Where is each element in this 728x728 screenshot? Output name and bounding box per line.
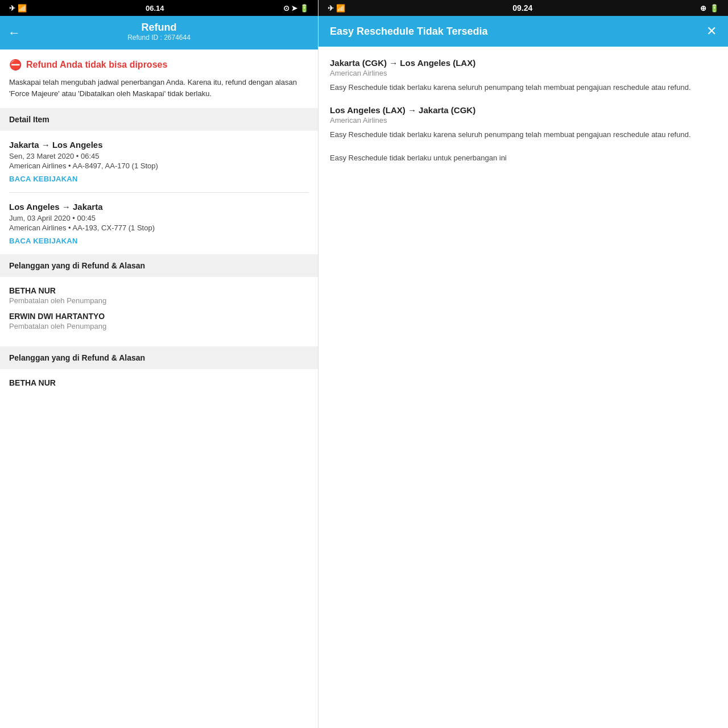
- modal-flight-1-route: Jakarta (CGK) → Los Angeles (LAX): [330, 58, 717, 68]
- modal-flight-2: Los Angeles (LAX) → Jakarta (CGK) Americ…: [330, 105, 717, 141]
- modal-footer-note: Easy Reschedule tidak berlaku untuk pene…: [330, 152, 717, 164]
- flight-2: Los Angeles → Jakarta Jum, 03 April 2020…: [0, 193, 318, 254]
- modal-flight-1-desc: Easy Reschedule tidak berlaku karena sel…: [330, 82, 717, 94]
- page-title: Refund: [142, 22, 177, 34]
- flight-2-airline: American Airlines • AA-193, CX-777 (1 St…: [9, 224, 309, 232]
- error-description: Maskapai telah mengubah jadwal penerbang…: [9, 77, 309, 99]
- status-right-icons: ⊕ 🔋: [700, 4, 719, 13]
- charging-icon: ⊕: [700, 4, 706, 13]
- battery-red-icon: 🔋: [710, 4, 719, 13]
- left-panel: ✈ 📶 06.14 ⊙ ➤ 🔋 ← Refund Refund ID : 267…: [0, 0, 318, 728]
- right-icons-left: ⊙ ➤ 🔋: [283, 4, 309, 13]
- customer-2-reason: Pembatalan oleh Penumpang: [9, 322, 309, 330]
- close-button[interactable]: ✕: [706, 25, 717, 38]
- customer-section-2-header: Pelanggan yang di Refund & Alasan: [0, 346, 318, 369]
- error-section: ⛔ Refund Anda tidak bisa diproses Maskap…: [0, 49, 318, 108]
- flight-1-route: Jakarta → Los Angeles: [9, 140, 309, 150]
- read-policy-1[interactable]: BACA KEBIJAKAN: [9, 175, 309, 183]
- status-icons-left: ✈ 📶: [9, 4, 27, 13]
- flight-2-route: Los Angeles → Jakarta: [9, 202, 309, 212]
- customer-section-1-header: Pelanggan yang di Refund & Alasan: [0, 254, 318, 277]
- modal-content: Jakarta (CGK) → Los Angeles (LAX) Americ…: [318, 47, 728, 728]
- flight-1-date: Sen, 23 Maret 2020 • 06:45: [9, 152, 309, 160]
- customer-3-name: BETHA NUR: [9, 378, 309, 387]
- modal-header: Easy Reschedule Tidak Tersedia ✕: [318, 16, 728, 47]
- flight-1-airline: American Airlines • AA-8497, AA-170 (1 S…: [9, 162, 309, 170]
- customer-2-name: ERWIN DWI HARTANTYO: [9, 312, 309, 321]
- read-policy-2[interactable]: BACA KEBIJAKAN: [9, 237, 309, 245]
- modal-flight-1-airline: American Airlines: [330, 69, 717, 77]
- modal-flight-2-desc: Easy Reschedule tidak berlaku karena sel…: [330, 129, 717, 141]
- error-title: ⛔ Refund Anda tidak bisa diproses: [9, 59, 309, 71]
- modal-flight-2-airline: American Airlines: [330, 116, 717, 125]
- time-right: 09.24: [512, 3, 532, 13]
- flight-2-date: Jum, 03 April 2020 • 00:45: [9, 214, 309, 222]
- customer-section-2: BETHA NUR: [0, 369, 318, 398]
- customer-section-1: BETHA NUR Pembatalan oleh Penumpang ERWI…: [0, 277, 318, 346]
- detail-item-header: Detail Item: [0, 108, 318, 131]
- status-bar-right: ✈ 📶 09.24 ⊕ 🔋: [318, 0, 728, 16]
- refund-id: Refund ID : 2674644: [127, 34, 191, 42]
- time-left: 06.14: [146, 4, 164, 13]
- flight-1: Jakarta → Los Angeles Sen, 23 Maret 2020…: [0, 131, 318, 192]
- error-icon: ⛔: [9, 59, 22, 71]
- status-bar-left: ✈ 📶 06.14 ⊙ ➤ 🔋: [0, 0, 318, 16]
- modal-title: Easy Reschedule Tidak Tersedia: [330, 26, 487, 38]
- modal-flight-2-route: Los Angeles (LAX) → Jakarta (CGK): [330, 105, 717, 115]
- right-panel: ✈ 📶 09.24 ⊕ 🔋 Easy Reschedule Tidak Ters…: [318, 0, 728, 728]
- header-left: ← Refund Refund ID : 2674644: [0, 16, 318, 49]
- status-left-icons-right: ✈ 📶: [328, 4, 345, 13]
- modal-flight-1: Jakarta (CGK) → Los Angeles (LAX) Americ…: [330, 58, 717, 94]
- customer-1-name: BETHA NUR: [9, 286, 309, 295]
- customer-1-reason: Pembatalan oleh Penumpang: [9, 296, 309, 305]
- back-button[interactable]: ←: [8, 26, 20, 40]
- left-content: ⛔ Refund Anda tidak bisa diproses Maskap…: [0, 49, 318, 728]
